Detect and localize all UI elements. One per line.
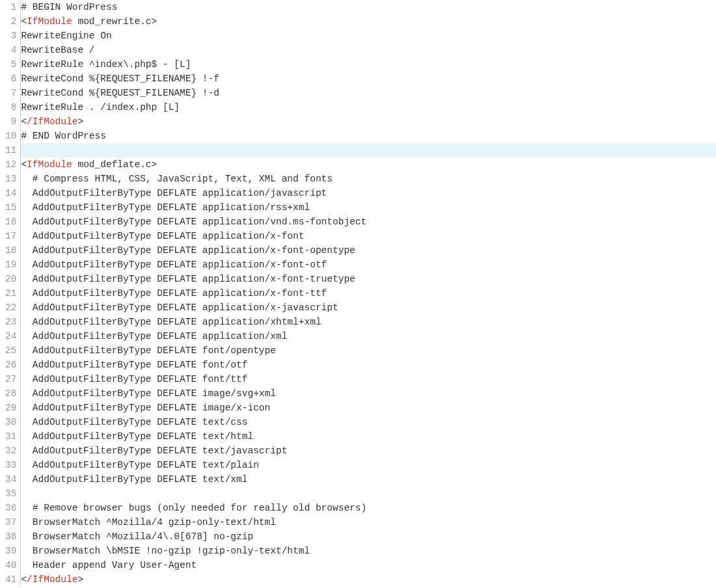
code-line[interactable]: AddOutputFilterByType DEFLATE applicatio…	[21, 229, 716, 243]
code-line[interactable]	[21, 487, 716, 501]
line-number: 35	[5, 487, 16, 501]
code-token: RewriteRule . /index.php [L]	[21, 102, 180, 113]
code-line[interactable]: AddOutputFilterByType DEFLATE applicatio…	[21, 301, 716, 315]
line-number: 2	[5, 14, 16, 29]
code-token: RewriteRule ^index\.php$ - [L]	[21, 59, 191, 70]
code-token: # BEGIN WordPress	[21, 2, 117, 12]
line-number: 30	[5, 415, 16, 429]
code-line[interactable]: RewriteBase /	[21, 43, 716, 57]
code-token: BrowserMatch \bMSIE !no-gzip !gzip-only-…	[21, 546, 310, 556]
line-number: 40	[5, 558, 16, 572]
code-token: AddOutputFilterByType DEFLATE applicatio…	[21, 302, 338, 313]
code-token: AddOutputFilterByType DEFLATE image/svg+…	[21, 388, 276, 399]
code-line[interactable]: AddOutputFilterByType DEFLATE image/x-ic…	[21, 401, 716, 415]
code-line[interactable]: <IfModule mod_rewrite.c>	[21, 14, 716, 29]
code-token: RewriteBase /	[21, 45, 94, 55]
code-line[interactable]: # Compress HTML, CSS, JavaScript, Text, …	[21, 172, 716, 186]
line-number: 23	[5, 315, 16, 329]
code-line[interactable]: # END WordPress	[21, 129, 716, 143]
code-line[interactable]: RewriteEngine On	[21, 29, 716, 43]
line-number: 24	[5, 329, 16, 343]
line-number: 38	[5, 529, 16, 544]
code-line[interactable]: </IfModule>	[21, 572, 716, 587]
code-line[interactable]: # BEGIN WordPress	[21, 0, 716, 14]
code-line[interactable]: RewriteCond %{REQUEST_FILENAME} !-d	[21, 86, 716, 100]
code-line[interactable]: AddOutputFilterByType DEFLATE font/otf	[21, 358, 716, 372]
code-token: AddOutputFilterByType DEFLATE applicatio…	[21, 188, 327, 198]
line-number: 33	[5, 458, 16, 472]
code-line[interactable]: AddOutputFilterByType DEFLATE applicatio…	[21, 258, 716, 272]
code-token: AddOutputFilterByType DEFLATE applicatio…	[21, 231, 304, 241]
line-number: 4	[5, 43, 16, 57]
line-number: 12	[5, 157, 16, 172]
line-number: 20	[5, 272, 16, 286]
code-line[interactable]: AddOutputFilterByType DEFLATE image/svg+…	[21, 386, 716, 401]
code-token: AddOutputFilterByType DEFLATE applicatio…	[21, 331, 287, 341]
code-token: >	[77, 116, 83, 127]
line-number: 39	[5, 544, 16, 558]
code-line[interactable]: <IfModule mod_deflate.c>	[21, 157, 716, 172]
line-number: 17	[5, 229, 16, 243]
code-line[interactable]: </IfModule>	[21, 114, 716, 129]
code-token: AddOutputFilterByType DEFLATE font/otf	[21, 360, 247, 370]
code-line[interactable]: AddOutputFilterByType DEFLATE applicatio…	[21, 200, 716, 215]
line-number: 25	[5, 343, 16, 358]
code-line[interactable]: AddOutputFilterByType DEFLATE applicatio…	[21, 315, 716, 329]
line-number: 7	[5, 86, 16, 100]
line-number: 8	[5, 100, 16, 114]
code-line[interactable]: AddOutputFilterByType DEFLATE text/css	[21, 415, 716, 429]
code-line[interactable]: AddOutputFilterByType DEFLATE text/javas…	[21, 444, 716, 458]
code-line[interactable]: RewriteCond %{REQUEST_FILENAME} !-f	[21, 72, 716, 86]
code-line[interactable]: AddOutputFilterByType DEFLATE text/plain	[21, 458, 716, 472]
code-line[interactable]: AddOutputFilterByType DEFLATE text/html	[21, 429, 716, 444]
line-number: 22	[5, 301, 16, 315]
code-line[interactable]: AddOutputFilterByType DEFLATE font/ttf	[21, 372, 716, 386]
code-token: <	[21, 16, 27, 27]
code-token: AddOutputFilterByType DEFLATE text/xml	[21, 474, 247, 485]
code-line[interactable]: BrowserMatch \bMSIE !no-gzip !gzip-only-…	[21, 544, 716, 558]
line-number: 13	[5, 172, 16, 186]
code-token: IfModule	[27, 16, 72, 27]
code-line[interactable]: AddOutputFilterByType DEFLATE applicatio…	[21, 272, 716, 286]
line-number: 1	[5, 0, 16, 14]
code-area[interactable]: # BEGIN WordPress<IfModule mod_rewrite.c…	[21, 0, 716, 587]
code-token: AddOutputFilterByType DEFLATE text/html	[21, 431, 253, 442]
line-number: 5	[5, 57, 16, 72]
line-number: 14	[5, 186, 16, 200]
line-number: 41	[5, 572, 16, 587]
line-number: 3	[5, 29, 16, 43]
code-line[interactable]: BrowserMatch ^Mozilla/4 gzip-only-text/h…	[21, 515, 716, 529]
code-token: RewriteCond %{REQUEST_FILENAME} !-d	[21, 88, 219, 98]
line-number: 29	[5, 401, 16, 415]
code-token: <	[21, 116, 27, 127]
code-token: AddOutputFilterByType DEFLATE applicatio…	[21, 217, 366, 227]
line-number: 27	[5, 372, 16, 386]
code-line[interactable]: AddOutputFilterByType DEFLATE applicatio…	[21, 243, 716, 258]
code-token: mod_deflate.c	[72, 159, 152, 170]
code-line[interactable]: AddOutputFilterByType DEFLATE font/opent…	[21, 343, 716, 358]
code-line[interactable]	[21, 143, 716, 157]
line-number: 11	[5, 143, 16, 157]
line-number: 32	[5, 444, 16, 458]
code-token: IfModule	[27, 159, 72, 170]
code-line[interactable]: AddOutputFilterByType DEFLATE applicatio…	[21, 186, 716, 200]
code-line[interactable]: AddOutputFilterByType DEFLATE applicatio…	[21, 215, 716, 229]
code-line[interactable]: AddOutputFilterByType DEFLATE applicatio…	[21, 286, 716, 301]
line-number: 19	[5, 258, 16, 272]
code-line[interactable]: RewriteRule ^index\.php$ - [L]	[21, 57, 716, 72]
line-number: 9	[5, 114, 16, 129]
code-line[interactable]: AddOutputFilterByType DEFLATE applicatio…	[21, 329, 716, 343]
code-editor[interactable]: 1234567891011121314151617181920212223242…	[0, 0, 716, 587]
code-token: # Compress HTML, CSS, JavaScript, Text, …	[21, 174, 333, 184]
code-token: AddOutputFilterByType DEFLATE applicatio…	[21, 317, 321, 327]
code-line[interactable]: # Remove browser bugs (only needed for r…	[21, 501, 716, 515]
code-line[interactable]: AddOutputFilterByType DEFLATE text/xml	[21, 472, 716, 487]
code-token: AddOutputFilterByType DEFLATE applicatio…	[21, 202, 310, 213]
code-line[interactable]: BrowserMatch ^Mozilla/4\.0[678] no-gzip	[21, 529, 716, 544]
line-number: 10	[5, 129, 16, 143]
code-token: AddOutputFilterByType DEFLATE text/plain	[21, 460, 258, 470]
code-line[interactable]: RewriteRule . /index.php [L]	[21, 100, 716, 114]
code-token: /IfModule	[27, 116, 77, 127]
line-number: 31	[5, 429, 16, 444]
code-line[interactable]: Header append Vary User-Agent	[21, 558, 716, 572]
